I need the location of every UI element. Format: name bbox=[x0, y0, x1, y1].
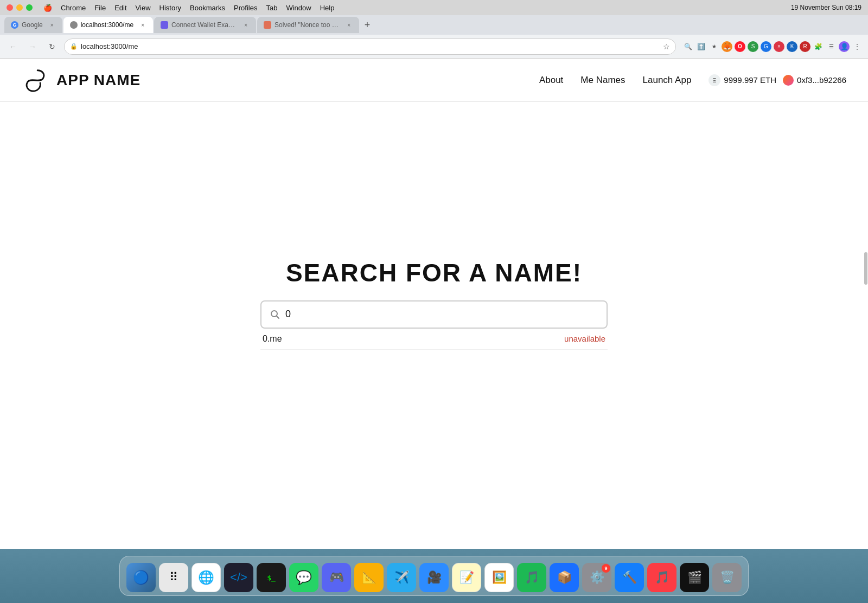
title-bar-left: 🍎 Chrome File Edit View History Bookmark… bbox=[7, 4, 334, 12]
menu-history[interactable]: History bbox=[159, 4, 181, 12]
eth-balance-value: 9999.997 ETH bbox=[724, 75, 776, 85]
account-icon[interactable]: 👤 bbox=[839, 41, 850, 52]
system-clock: 19 November Sun 08:19 bbox=[791, 4, 861, 11]
extension1-icon[interactable]: S bbox=[748, 41, 758, 52]
wallet-avatar bbox=[783, 75, 794, 86]
dock-zoom[interactable]: 🎥 bbox=[419, 563, 449, 592]
dock-photos[interactable]: 🖼️ bbox=[484, 563, 514, 592]
search-icon[interactable]: 🔍 bbox=[682, 41, 693, 52]
eth-balance: Ξ 9999.997 ETH bbox=[709, 74, 776, 86]
forward-button[interactable]: → bbox=[25, 39, 40, 54]
fullscreen-button[interactable] bbox=[26, 4, 33, 11]
nonce-favicon bbox=[264, 21, 271, 29]
google-favicon: G bbox=[11, 21, 18, 29]
search-box[interactable]: 0 bbox=[260, 300, 608, 329]
bookmark-icon[interactable]: ★ bbox=[709, 41, 719, 52]
back-button[interactable]: ← bbox=[5, 39, 21, 54]
tab-connect-wallet[interactable]: Connect Wallet Example – wa... × bbox=[154, 17, 256, 33]
tab-google[interactable]: G Google × bbox=[4, 17, 62, 33]
svg-line-3 bbox=[277, 316, 279, 318]
nav-about[interactable]: About bbox=[539, 75, 563, 86]
tab-nonce[interactable]: Solved! "Nonce too high" err... × bbox=[257, 17, 359, 33]
dock-telegram[interactable]: ✈️ bbox=[387, 563, 416, 592]
dock-finder[interactable]: 🔵 bbox=[126, 563, 156, 592]
new-tab-button[interactable]: + bbox=[360, 18, 374, 32]
dock: 🔵 ⠿ 🌐 </> $_ 💬 🎮 📐 ✈️ 🎥 📝 🖼️ 🎵 bbox=[119, 556, 749, 596]
share-icon[interactable]: ⬆️ bbox=[695, 41, 706, 52]
tab-localhost-close[interactable]: × bbox=[139, 21, 146, 29]
tab-localhost[interactable]: localhost:3000/me × bbox=[63, 17, 153, 33]
menu-bar: 🍎 Chrome File Edit View History Bookmark… bbox=[43, 4, 334, 12]
tab-google-close[interactable]: × bbox=[48, 21, 56, 29]
reader-icon[interactable]: ☰ bbox=[826, 41, 837, 52]
nav-me-names[interactable]: Me Names bbox=[580, 75, 625, 86]
datetime-display: 19 November Sun 08:19 bbox=[791, 4, 861, 11]
menu-help[interactable]: Help bbox=[320, 4, 335, 12]
dock-appstore[interactable]: 📦 bbox=[550, 563, 579, 592]
dock-chrome[interactable]: 🌐 bbox=[192, 563, 221, 592]
tab-google-label: Google bbox=[22, 21, 43, 29]
dock-xcode[interactable]: 🔨 bbox=[615, 563, 644, 592]
tab-connect-wallet-label: Connect Wallet Example – wa... bbox=[171, 21, 237, 29]
close-button[interactable] bbox=[7, 4, 13, 11]
tab-connect-wallet-close[interactable]: × bbox=[242, 21, 250, 29]
menu-view[interactable]: View bbox=[136, 4, 151, 12]
search-result-row: 0.me unavailable bbox=[260, 329, 608, 350]
search-magnifier-icon bbox=[270, 310, 280, 319]
dock-screenrecorder[interactable]: 🎬 bbox=[680, 563, 709, 592]
url-display: localhost:3000/me bbox=[81, 42, 660, 50]
search-container: 0 0.me unavailable bbox=[260, 300, 608, 350]
app-logo[interactable]: APP NAME bbox=[22, 67, 141, 94]
dock-launchpad[interactable]: ⠿ bbox=[159, 563, 188, 592]
wallet-info: Ξ 9999.997 ETH 0xf3...b92266 bbox=[709, 74, 846, 86]
dock-spotify[interactable]: 🎵 bbox=[517, 563, 546, 592]
menu-edit[interactable]: Edit bbox=[114, 4, 126, 12]
browser-toolbar-icons: 🔍 ⬆️ ★ 🦊 O S G × K R 🧩 ☰ 👤 ⋮ bbox=[682, 41, 863, 52]
metamask-icon[interactable]: 🦊 bbox=[722, 41, 732, 52]
menu-file[interactable]: File bbox=[94, 4, 106, 12]
extension5-icon[interactable]: R bbox=[800, 41, 810, 52]
menu-bookmarks[interactable]: Bookmarks bbox=[190, 4, 225, 12]
more-icon[interactable]: ⋮ bbox=[852, 41, 863, 52]
star-icon[interactable]: ☆ bbox=[663, 42, 670, 51]
menu-window[interactable]: Window bbox=[286, 4, 311, 12]
menu-chrome[interactable]: Chrome bbox=[61, 4, 86, 12]
secure-icon: 🔒 bbox=[70, 43, 78, 50]
tab-localhost-label: localhost:3000/me bbox=[81, 21, 133, 29]
menu-tab[interactable]: Tab bbox=[266, 4, 277, 12]
menu-profiles[interactable]: Profiles bbox=[234, 4, 257, 12]
dock-vscode[interactable]: </> bbox=[224, 563, 253, 592]
traffic-lights bbox=[7, 4, 33, 11]
dock-notes[interactable]: 📝 bbox=[452, 563, 481, 592]
apple-menu[interactable]: 🍎 bbox=[43, 4, 52, 12]
webpage-content: APP NAME About Me Names Launch App Ξ 999… bbox=[0, 59, 868, 549]
tab-nonce-close[interactable]: × bbox=[345, 21, 353, 29]
dock-music[interactable]: 🎵 bbox=[647, 563, 676, 592]
tab-nonce-label: Solved! "Nonce too high" err... bbox=[275, 21, 340, 29]
dock-sketch[interactable]: 📐 bbox=[354, 563, 384, 592]
extension4-icon[interactable]: K bbox=[787, 41, 797, 52]
dock-discord[interactable]: 🎮 bbox=[322, 563, 351, 592]
extension2-icon[interactable]: G bbox=[761, 41, 771, 52]
svg-text:Ξ: Ξ bbox=[713, 78, 717, 84]
dock-terminal[interactable]: $_ bbox=[257, 563, 286, 592]
search-input-value: 0 bbox=[285, 309, 291, 320]
nav-launch-app[interactable]: Launch App bbox=[643, 75, 692, 86]
dock-sysprefs[interactable]: ⚙️ 9 bbox=[582, 563, 611, 592]
minimize-button[interactable] bbox=[16, 4, 23, 11]
scrollbar-thumb[interactable] bbox=[864, 252, 867, 285]
address-bar[interactable]: 🔒 localhost:3000/me ☆ bbox=[64, 39, 676, 55]
app-navbar: APP NAME About Me Names Launch App Ξ 999… bbox=[0, 59, 868, 102]
mac-window: 🍎 Chrome File Edit View History Bookmark… bbox=[0, 0, 868, 603]
dock-trash[interactable]: 🗑️ bbox=[712, 563, 742, 592]
browser-chrome: G Google × localhost:3000/me × Connect W… bbox=[0, 15, 868, 59]
reload-button[interactable]: ↻ bbox=[44, 39, 60, 54]
dock-area: 🔵 ⠿ 🌐 </> $_ 💬 🎮 📐 ✈️ 🎥 📝 🖼️ 🎵 bbox=[0, 549, 868, 603]
dock-whatsapp[interactable]: 💬 bbox=[289, 563, 318, 592]
wallet-address[interactable]: 0xf3...b92266 bbox=[783, 75, 846, 86]
puzzle-icon[interactable]: 🧩 bbox=[813, 41, 824, 52]
address-row: ← → ↻ 🔒 localhost:3000/me ☆ 🔍 ⬆️ ★ 🦊 O S… bbox=[0, 35, 868, 59]
extension3-icon[interactable]: × bbox=[774, 41, 784, 52]
opera-icon[interactable]: O bbox=[735, 41, 745, 52]
eth-icon: Ξ bbox=[709, 74, 720, 86]
